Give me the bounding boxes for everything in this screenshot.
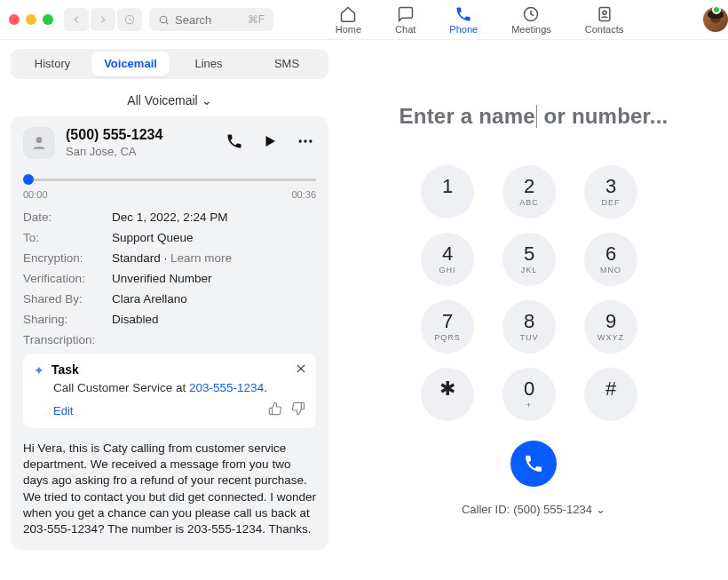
dial-key-#[interactable]: #	[584, 368, 637, 421]
segment-lines[interactable]: Lines	[170, 52, 248, 76]
nav-forward-button[interactable]	[91, 8, 115, 31]
search-shortcut: ⌘F	[248, 13, 265, 26]
key-number: #	[605, 379, 616, 399]
top-bar: Search ⌘F Home Chat Phone Meetings Conta…	[0, 0, 728, 40]
tab-chat[interactable]: Chat	[386, 4, 424, 36]
history-button[interactable]	[117, 8, 142, 31]
task-edit-button[interactable]: Edit	[53, 404, 73, 417]
nav-back-button[interactable]	[64, 8, 89, 31]
search-placeholder: Search	[175, 13, 211, 27]
tab-meetings[interactable]: Meetings	[502, 4, 560, 36]
clock-icon	[522, 5, 540, 23]
key-number: 3	[605, 177, 616, 196]
dial-input[interactable]: Enter a name or number...	[400, 104, 669, 130]
segment-sms[interactable]: SMS	[248, 52, 326, 76]
svg-point-1	[160, 16, 167, 23]
key-number: 8	[524, 312, 534, 331]
key-letters: +	[526, 401, 532, 409]
dial-key-0[interactable]: 0+	[502, 368, 556, 421]
minimize-window[interactable]	[26, 14, 36, 25]
key-number: 1	[442, 177, 453, 196]
dial-key-1[interactable]: 1	[421, 165, 474, 218]
thumbs-down-button[interactable]	[291, 401, 305, 419]
meta-encryption-value: Standard	[112, 251, 161, 265]
presence-indicator	[712, 5, 721, 14]
transcript-text: Hi Vera, this is Caty calling from custo…	[23, 441, 316, 537]
task-body: Call Customer Service at 203-555-1234.	[53, 381, 305, 394]
key-letters: WXYZ	[597, 333, 624, 342]
call-back-button[interactable]	[224, 131, 245, 152]
segment-history[interactable]: History	[13, 52, 91, 76]
dialer-panel: Enter a name or number... 12ABC3DEF4GHI5…	[339, 40, 728, 580]
key-letters: PQRS	[434, 333, 461, 342]
key-number: 4	[442, 244, 453, 264]
caller-location: San Jose, CA	[66, 145, 213, 158]
tab-contacts[interactable]: Contacts	[576, 4, 632, 36]
task-card: ✦ Task Call Customer Service at 203-555-…	[23, 354, 316, 428]
key-number: 2	[524, 177, 534, 196]
profile-avatar[interactable]	[694, 7, 719, 32]
dial-key-5[interactable]: 5JKL	[502, 233, 556, 286]
tab-label: Phone	[449, 24, 478, 35]
dial-key-8[interactable]: 8TUV	[502, 300, 556, 354]
meta-verification-value: Unverified Number	[112, 272, 212, 285]
key-number: 9	[605, 312, 616, 331]
meta-date-label: Date:	[23, 211, 112, 224]
svg-point-5	[602, 11, 605, 14]
svg-point-6	[36, 137, 43, 143]
meta-sharedby-label: Shared By:	[23, 292, 112, 306]
dial-key-4[interactable]: 4GHI	[421, 233, 474, 286]
maximize-window[interactable]	[43, 14, 53, 25]
key-letters: MNO	[600, 266, 621, 274]
caller-id-selector[interactable]: Caller ID: (500) 555-1234 ⌄	[462, 503, 605, 516]
meta-date-value: Dec 1, 2022, 2:24 PM	[112, 211, 228, 224]
task-phone-link[interactable]: 203-555-1234	[189, 381, 264, 394]
key-number: 7	[442, 312, 453, 331]
chevron-down-icon: ⌄	[202, 93, 212, 107]
key-number: 5	[524, 244, 534, 264]
key-number: 6	[605, 244, 616, 264]
meta-to-label: To:	[23, 231, 112, 244]
meta-sharing-label: Sharing:	[23, 313, 112, 326]
dial-key-✱[interactable]: ✱	[421, 368, 474, 421]
dial-key-2[interactable]: 2ABC	[502, 165, 556, 218]
task-close-button[interactable]	[295, 362, 307, 378]
meta-transcription-label: Transcription:	[23, 333, 112, 346]
svg-point-9	[304, 139, 306, 142]
tab-label: Chat	[395, 24, 415, 35]
playback-slider[interactable]	[23, 173, 316, 186]
play-button[interactable]	[259, 131, 281, 152]
search-icon	[158, 14, 170, 26]
caller-id-label: Caller ID:	[462, 503, 510, 516]
left-panel: History Voicemail Lines SMS All Voicemai…	[0, 40, 339, 580]
thumbs-up-button[interactable]	[268, 401, 282, 419]
key-number: 0	[524, 379, 534, 399]
more-button[interactable]	[295, 131, 316, 152]
search-box[interactable]: Search ⌘F	[149, 8, 273, 31]
tab-home[interactable]: Home	[327, 4, 370, 36]
time-current: 00:00	[23, 189, 48, 200]
meta-to-value: Support Queue	[112, 231, 194, 244]
slider-thumb[interactable]	[23, 174, 34, 185]
time-total: 00:36	[291, 189, 316, 200]
meta-sharing-value: Disabled	[112, 313, 159, 326]
main-tabs: Home Chat Phone Meetings Contacts	[273, 4, 685, 36]
task-title: Task	[51, 362, 79, 377]
voicemail-filter-dropdown[interactable]: All Voicemail ⌄	[11, 93, 328, 107]
dial-key-7[interactable]: 7PQRS	[421, 300, 474, 354]
meta-sharedby-value: Clara Arellano	[112, 292, 187, 306]
tab-label: Meetings	[511, 24, 551, 35]
dial-key-9[interactable]: 9WXYZ	[584, 300, 637, 354]
svg-point-8	[299, 139, 302, 142]
dial-key-3[interactable]: 3DEF	[584, 165, 637, 218]
encryption-learn-more-link[interactable]: Learn more	[170, 251, 232, 265]
dial-key-6[interactable]: 6MNO	[584, 233, 637, 286]
dial-pad: 12ABC3DEF4GHI5JKL6MNO7PQRS8TUV9WXYZ✱0+#	[421, 165, 646, 421]
window-controls	[9, 14, 53, 25]
nav-buttons	[64, 8, 142, 31]
sparkle-icon: ✦	[34, 363, 44, 377]
tab-phone[interactable]: Phone	[440, 4, 487, 36]
close-window[interactable]	[9, 14, 20, 25]
dial-call-button[interactable]	[510, 441, 557, 487]
segment-voicemail[interactable]: Voicemail	[91, 52, 170, 76]
